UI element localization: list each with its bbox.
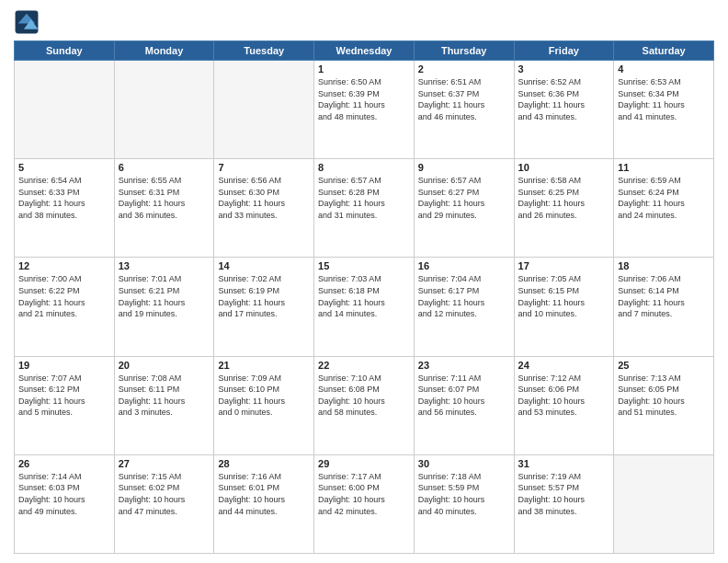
day-number: 27 bbox=[119, 458, 210, 469]
cell-text: Sunrise: 7:09 AM Sunset: 6:10 PM Dayligh… bbox=[218, 373, 310, 419]
week-row-2: 12Sunrise: 7:00 AM Sunset: 6:22 PM Dayli… bbox=[15, 258, 714, 356]
cell-text: Sunrise: 7:17 AM Sunset: 6:00 PM Dayligh… bbox=[318, 471, 410, 517]
weekday-header-sunday: Sunday bbox=[15, 41, 115, 61]
weekday-header-row: SundayMondayTuesdayWednesdayThursdayFrid… bbox=[15, 41, 714, 61]
cell-text: Sunrise: 7:02 AM Sunset: 6:19 PM Dayligh… bbox=[218, 273, 310, 319]
calendar-table: SundayMondayTuesdayWednesdayThursdayFrid… bbox=[14, 40, 714, 554]
weekday-header-friday: Friday bbox=[514, 41, 614, 61]
cell-text: Sunrise: 7:05 AM Sunset: 6:15 PM Dayligh… bbox=[518, 273, 610, 319]
calendar-cell bbox=[114, 61, 214, 159]
cell-text: Sunrise: 7:18 AM Sunset: 5:59 PM Dayligh… bbox=[418, 471, 510, 517]
day-number: 17 bbox=[518, 260, 610, 271]
calendar-cell: 10Sunrise: 6:58 AM Sunset: 6:25 PM Dayli… bbox=[514, 159, 614, 258]
week-row-4: 26Sunrise: 7:14 AM Sunset: 6:03 PM Dayli… bbox=[15, 454, 714, 553]
week-row-3: 19Sunrise: 7:07 AM Sunset: 6:12 PM Dayli… bbox=[15, 356, 714, 454]
day-number: 8 bbox=[318, 162, 410, 173]
cell-text: Sunrise: 6:54 AM Sunset: 6:33 PM Dayligh… bbox=[18, 175, 110, 221]
calendar-cell: 16Sunrise: 7:04 AM Sunset: 6:17 PM Dayli… bbox=[414, 258, 514, 356]
day-number: 14 bbox=[218, 260, 310, 271]
calendar-cell: 12Sunrise: 7:00 AM Sunset: 6:22 PM Dayli… bbox=[15, 258, 115, 356]
weekday-header-tuesday: Tuesday bbox=[214, 41, 314, 61]
day-number: 10 bbox=[518, 162, 610, 173]
calendar-cell: 14Sunrise: 7:02 AM Sunset: 6:19 PM Dayli… bbox=[214, 258, 314, 356]
cell-text: Sunrise: 7:08 AM Sunset: 6:11 PM Dayligh… bbox=[119, 373, 210, 419]
day-number: 12 bbox=[18, 260, 110, 271]
calendar-cell: 26Sunrise: 7:14 AM Sunset: 6:03 PM Dayli… bbox=[15, 454, 115, 553]
calendar-cell: 17Sunrise: 7:05 AM Sunset: 6:15 PM Dayli… bbox=[514, 258, 614, 356]
cell-text: Sunrise: 6:57 AM Sunset: 6:28 PM Dayligh… bbox=[318, 175, 410, 221]
calendar-cell bbox=[214, 61, 314, 159]
calendar-cell bbox=[614, 454, 714, 553]
week-row-1: 5Sunrise: 6:54 AM Sunset: 6:33 PM Daylig… bbox=[15, 159, 714, 258]
calendar-cell: 2Sunrise: 6:51 AM Sunset: 6:37 PM Daylig… bbox=[414, 61, 514, 159]
calendar-cell: 21Sunrise: 7:09 AM Sunset: 6:10 PM Dayli… bbox=[214, 356, 314, 454]
calendar-cell: 7Sunrise: 6:56 AM Sunset: 6:30 PM Daylig… bbox=[214, 159, 314, 258]
page: SundayMondayTuesdayWednesdayThursdayFrid… bbox=[0, 0, 728, 563]
calendar-cell: 5Sunrise: 6:54 AM Sunset: 6:33 PM Daylig… bbox=[15, 159, 115, 258]
cell-text: Sunrise: 7:16 AM Sunset: 6:01 PM Dayligh… bbox=[218, 471, 310, 517]
calendar-cell: 18Sunrise: 7:06 AM Sunset: 6:14 PM Dayli… bbox=[614, 258, 714, 356]
calendar-cell: 22Sunrise: 7:10 AM Sunset: 6:08 PM Dayli… bbox=[314, 356, 415, 454]
day-number: 20 bbox=[119, 360, 210, 371]
logo bbox=[14, 9, 43, 35]
day-number: 15 bbox=[318, 260, 410, 271]
day-number: 29 bbox=[318, 458, 410, 469]
day-number: 19 bbox=[18, 360, 110, 371]
cell-text: Sunrise: 7:15 AM Sunset: 6:02 PM Dayligh… bbox=[119, 471, 210, 517]
calendar-cell: 9Sunrise: 6:57 AM Sunset: 6:27 PM Daylig… bbox=[414, 159, 514, 258]
calendar-cell bbox=[15, 61, 115, 159]
cell-text: Sunrise: 7:14 AM Sunset: 6:03 PM Dayligh… bbox=[18, 471, 110, 517]
cell-text: Sunrise: 7:10 AM Sunset: 6:08 PM Dayligh… bbox=[318, 373, 410, 419]
cell-text: Sunrise: 6:55 AM Sunset: 6:31 PM Dayligh… bbox=[119, 175, 210, 221]
cell-text: Sunrise: 6:51 AM Sunset: 6:37 PM Dayligh… bbox=[418, 76, 510, 122]
cell-text: Sunrise: 6:57 AM Sunset: 6:27 PM Dayligh… bbox=[418, 175, 510, 221]
day-number: 31 bbox=[518, 458, 610, 469]
cell-text: Sunrise: 6:50 AM Sunset: 6:39 PM Dayligh… bbox=[318, 76, 410, 122]
header bbox=[14, 9, 714, 35]
calendar-cell: 15Sunrise: 7:03 AM Sunset: 6:18 PM Dayli… bbox=[314, 258, 415, 356]
cell-text: Sunrise: 6:56 AM Sunset: 6:30 PM Dayligh… bbox=[218, 175, 310, 221]
weekday-header-saturday: Saturday bbox=[614, 41, 714, 61]
cell-text: Sunrise: 6:59 AM Sunset: 6:24 PM Dayligh… bbox=[618, 175, 710, 221]
calendar-cell: 30Sunrise: 7:18 AM Sunset: 5:59 PM Dayli… bbox=[414, 454, 514, 553]
weekday-header-wednesday: Wednesday bbox=[314, 41, 415, 61]
day-number: 13 bbox=[119, 260, 210, 271]
calendar-cell: 25Sunrise: 7:13 AM Sunset: 6:05 PM Dayli… bbox=[614, 356, 714, 454]
calendar-cell: 19Sunrise: 7:07 AM Sunset: 6:12 PM Dayli… bbox=[15, 356, 115, 454]
day-number: 11 bbox=[618, 162, 710, 173]
cell-text: Sunrise: 7:12 AM Sunset: 6:06 PM Dayligh… bbox=[518, 373, 610, 419]
cell-text: Sunrise: 7:01 AM Sunset: 6:21 PM Dayligh… bbox=[119, 273, 210, 319]
cell-text: Sunrise: 7:04 AM Sunset: 6:17 PM Dayligh… bbox=[418, 273, 510, 319]
day-number: 4 bbox=[618, 63, 710, 75]
calendar-cell: 28Sunrise: 7:16 AM Sunset: 6:01 PM Dayli… bbox=[214, 454, 314, 553]
day-number: 3 bbox=[518, 63, 610, 75]
cell-text: Sunrise: 7:03 AM Sunset: 6:18 PM Dayligh… bbox=[318, 273, 410, 319]
weekday-header-monday: Monday bbox=[114, 41, 214, 61]
cell-text: Sunrise: 7:13 AM Sunset: 6:05 PM Dayligh… bbox=[618, 373, 710, 419]
cell-text: Sunrise: 7:19 AM Sunset: 5:57 PM Dayligh… bbox=[518, 471, 610, 517]
cell-text: Sunrise: 7:00 AM Sunset: 6:22 PM Dayligh… bbox=[18, 273, 110, 319]
calendar-cell: 27Sunrise: 7:15 AM Sunset: 6:02 PM Dayli… bbox=[114, 454, 214, 553]
day-number: 5 bbox=[18, 162, 110, 173]
day-number: 30 bbox=[418, 458, 510, 469]
day-number: 1 bbox=[318, 63, 410, 75]
cell-text: Sunrise: 6:58 AM Sunset: 6:25 PM Dayligh… bbox=[518, 175, 610, 221]
cell-text: Sunrise: 7:06 AM Sunset: 6:14 PM Dayligh… bbox=[618, 273, 710, 319]
day-number: 6 bbox=[119, 162, 210, 173]
cell-text: Sunrise: 7:11 AM Sunset: 6:07 PM Dayligh… bbox=[418, 373, 510, 419]
calendar-cell: 20Sunrise: 7:08 AM Sunset: 6:11 PM Dayli… bbox=[114, 356, 214, 454]
day-number: 28 bbox=[218, 458, 310, 469]
day-number: 9 bbox=[418, 162, 510, 173]
calendar-cell: 3Sunrise: 6:52 AM Sunset: 6:36 PM Daylig… bbox=[514, 61, 614, 159]
calendar-cell: 29Sunrise: 7:17 AM Sunset: 6:00 PM Dayli… bbox=[314, 454, 415, 553]
weekday-header-thursday: Thursday bbox=[414, 41, 514, 61]
calendar-cell: 4Sunrise: 6:53 AM Sunset: 6:34 PM Daylig… bbox=[614, 61, 714, 159]
day-number: 25 bbox=[618, 360, 710, 371]
week-row-0: 1Sunrise: 6:50 AM Sunset: 6:39 PM Daylig… bbox=[15, 61, 714, 159]
calendar-cell: 11Sunrise: 6:59 AM Sunset: 6:24 PM Dayli… bbox=[614, 159, 714, 258]
day-number: 2 bbox=[418, 63, 510, 75]
day-number: 18 bbox=[618, 260, 710, 271]
day-number: 22 bbox=[318, 360, 410, 371]
cell-text: Sunrise: 6:53 AM Sunset: 6:34 PM Dayligh… bbox=[618, 76, 710, 122]
calendar-cell: 8Sunrise: 6:57 AM Sunset: 6:28 PM Daylig… bbox=[314, 159, 415, 258]
